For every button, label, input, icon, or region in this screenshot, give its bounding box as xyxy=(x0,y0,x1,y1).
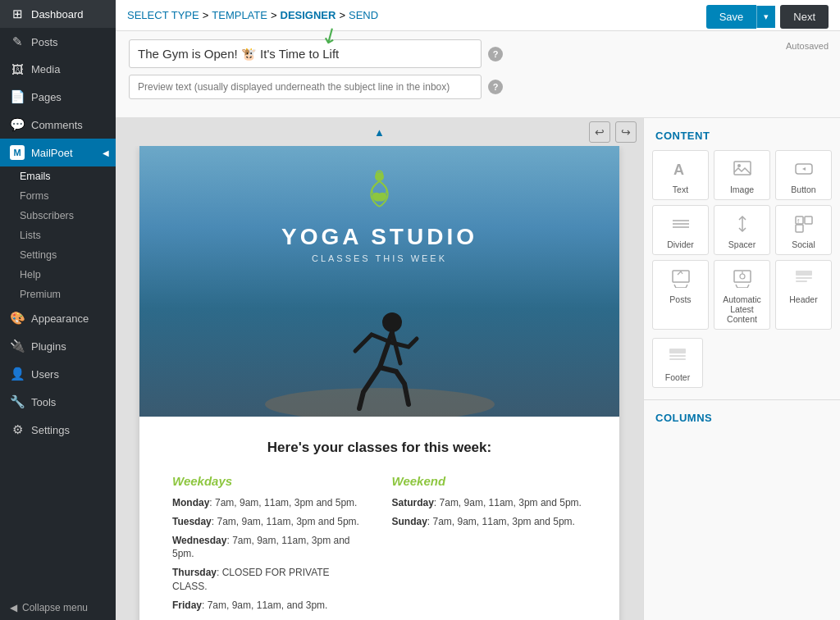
block-spacer-label: Spacer xyxy=(728,239,756,249)
breadcrumb-designer: DESIGNER xyxy=(281,9,336,21)
breadcrumb-send[interactable]: SEND xyxy=(349,9,378,21)
sidebar-sub-subscribers[interactable]: Subscribers xyxy=(0,206,116,226)
mailpoet-icon: M xyxy=(10,145,25,160)
class-item-wednesday: Wednesday: 7am, 9am, 11am, 3pm and 5pm. xyxy=(172,534,368,562)
top-right-actions: Save ▾ Next xyxy=(706,5,829,29)
breadcrumb-sep-2: > xyxy=(271,9,277,21)
svg-rect-16 xyxy=(673,271,689,282)
posts-block-icon xyxy=(672,267,690,290)
settings-icon: ⚙ xyxy=(10,422,25,437)
breadcrumb-template[interactable]: TEMPLATE xyxy=(212,9,267,21)
sidebar-item-posts[interactable]: ✎ Posts xyxy=(0,28,116,56)
block-footer[interactable]: Footer xyxy=(652,338,703,388)
block-social[interactable]: f Social xyxy=(775,205,832,255)
svg-rect-23 xyxy=(669,355,686,357)
class-item-monday: Monday: 7am, 9am, 11am, 3pm and 5pm. xyxy=(172,496,368,510)
sidebar-sub-lists[interactable]: Lists xyxy=(0,226,116,245)
studio-subtitle: CLASSES THIS WEEK xyxy=(312,253,447,263)
sidebar-item-appearance[interactable]: 🎨 Appearance xyxy=(0,304,116,332)
divider-block-icon xyxy=(672,212,690,235)
hero-logo-area: YOGA STUDIO CLASSES THIS WEEK xyxy=(281,146,477,263)
svg-rect-15 xyxy=(796,225,803,232)
svg-rect-24 xyxy=(669,358,686,360)
dashboard-icon: ⊞ xyxy=(10,7,25,21)
tools-icon: 🔧 xyxy=(10,394,25,409)
subject-area: ? ? xyxy=(116,31,840,118)
scroll-up-arrow[interactable]: ▲ xyxy=(374,126,385,139)
hero-section: YOGA STUDIO CLASSES THIS WEEK xyxy=(139,146,619,417)
block-image[interactable]: Image xyxy=(714,150,770,200)
yoga-person-silhouette xyxy=(265,277,495,417)
weekdays-column: Weekdays Monday: 7am, 9am, 11am, 3pm and… xyxy=(172,474,368,618)
block-text[interactable]: A Text xyxy=(652,150,709,200)
block-posts[interactable]: Posts xyxy=(652,260,709,330)
collapse-icon: ◀ xyxy=(10,602,17,613)
class-item-saturday: Saturday: 7am, 9am, 11am, 3pm and 5pm. xyxy=(392,496,587,510)
preview-row: ? xyxy=(129,75,827,99)
block-button[interactable]: Button xyxy=(775,150,832,200)
subject-input[interactable] xyxy=(129,39,482,68)
class-item-friday: Friday: 7am, 9am, 11am, and 3pm. xyxy=(172,599,368,613)
editor-area: ▲ ↩ ↪ xyxy=(116,118,840,620)
hero-person-area xyxy=(139,269,619,417)
preview-input[interactable] xyxy=(129,75,482,99)
content-panel-title: CONTENT xyxy=(644,118,840,150)
sidebar-item-pages[interactable]: 📄 Pages xyxy=(0,83,116,111)
svg-rect-14 xyxy=(805,217,812,224)
collapse-menu-button[interactable]: ◀ Collapse menu xyxy=(0,595,116,620)
preview-help-icon[interactable]: ? xyxy=(488,80,503,94)
content-heading: Here's your classes for this week: xyxy=(172,440,587,456)
svg-point-6 xyxy=(737,164,741,167)
undo-button[interactable]: ↩ xyxy=(589,121,610,143)
spacer-block-icon xyxy=(733,212,751,235)
next-button[interactable]: Next xyxy=(780,5,829,29)
block-divider[interactable]: Divider xyxy=(652,205,709,255)
sidebar-sub-help[interactable]: Help xyxy=(0,265,116,285)
svg-rect-21 xyxy=(796,280,807,282)
text-block-icon: A xyxy=(672,157,690,180)
block-header[interactable]: Header xyxy=(775,260,832,330)
weekend-title: Weekend xyxy=(392,474,587,488)
sidebar: ⊞ Dashboard ✎ Posts 🖼 Media 📄 Pages 💬 Co… xyxy=(0,0,116,620)
button-block-icon xyxy=(795,157,813,180)
subject-help-icon[interactable]: ? xyxy=(488,47,503,62)
sidebar-sub-premium[interactable]: Premium xyxy=(0,285,116,304)
sidebar-item-media[interactable]: 🖼 Media xyxy=(0,56,116,83)
posts-icon: ✎ xyxy=(10,34,25,49)
sidebar-sub-forms[interactable]: Forms xyxy=(0,186,116,206)
block-auto-latest[interactable]: Automatic Latest Content xyxy=(714,260,770,330)
sidebar-item-tools[interactable]: 🔧 Tools xyxy=(0,388,116,416)
content-blocks-grid: A Text Image Button xyxy=(644,150,840,338)
svg-point-18 xyxy=(740,274,745,279)
footer-block-icon xyxy=(669,345,687,368)
redo-button[interactable]: ↪ xyxy=(615,121,637,143)
block-header-label: Header xyxy=(789,294,817,304)
save-button[interactable]: Save xyxy=(706,5,757,29)
svg-point-2 xyxy=(265,388,495,417)
block-spacer[interactable]: Spacer xyxy=(714,205,770,255)
save-dropdown-button[interactable]: ▾ xyxy=(756,6,775,28)
email-canvas-wrapper: ▲ ↩ ↪ xyxy=(116,118,643,620)
main-content: SELECT TYPE > TEMPLATE > DESIGNER > SEND… xyxy=(116,0,840,620)
sidebar-item-plugins[interactable]: 🔌 Plugins xyxy=(0,332,116,360)
sidebar-item-dashboard[interactable]: ⊞ Dashboard xyxy=(0,0,116,28)
header-bar: SELECT TYPE > TEMPLATE > DESIGNER > SEND… xyxy=(116,0,840,31)
svg-rect-19 xyxy=(796,271,812,276)
image-block-icon xyxy=(733,157,751,180)
block-footer-label: Footer xyxy=(665,372,690,382)
sidebar-sub-settings-mp[interactable]: Settings xyxy=(0,245,116,265)
canvas-toolbar: ▲ ↩ ↪ xyxy=(116,118,643,146)
sidebar-item-users[interactable]: 👤 Users xyxy=(0,360,116,388)
block-image-label: Image xyxy=(730,185,754,194)
svg-text:A: A xyxy=(673,162,684,178)
sidebar-item-settings[interactable]: ⚙ Settings xyxy=(0,416,116,444)
sidebar-item-mailpoet[interactable]: M MailPoet ◀ xyxy=(0,139,116,166)
block-divider-label: Divider xyxy=(667,239,694,249)
sidebar-sub-emails[interactable]: Emails xyxy=(0,166,116,186)
sidebar-item-comments[interactable]: 💬 Comments xyxy=(0,111,116,139)
classes-grid: Weekdays Monday: 7am, 9am, 11am, 3pm and… xyxy=(172,474,587,618)
block-auto-latest-label: Automatic Latest Content xyxy=(718,294,766,324)
email-frame: YOGA STUDIO CLASSES THIS WEEK xyxy=(139,146,619,620)
studio-title: YOGA STUDIO xyxy=(281,224,477,250)
breadcrumb-select-type[interactable]: SELECT TYPE xyxy=(127,9,199,21)
